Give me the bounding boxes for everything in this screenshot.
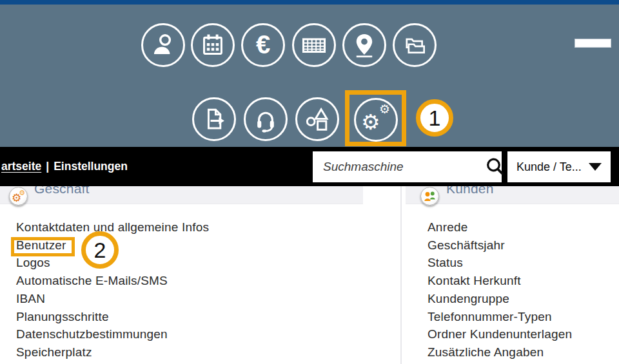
breadcrumb-separator: | [46, 160, 49, 173]
breadcrumb-current: Einstellungen [54, 160, 128, 173]
user-icon[interactable] [141, 23, 185, 67]
search-input[interactable] [313, 151, 485, 182]
badge-2-number: 2 [94, 239, 106, 261]
spreadsheet-icon[interactable] [292, 23, 336, 67]
settings-link[interactable]: Datenschutzbestimmungen [16, 325, 209, 343]
settings-link[interactable]: Kontaktdaten und allgemeine Infos [16, 218, 209, 236]
settings-link[interactable]: Kontakt Herkunft [427, 272, 572, 290]
app-window: € [0, 0, 619, 364]
nav-search-bar: artseite | Einstellungen Kunde / Te... [0, 147, 619, 186]
breadcrumb-home-link[interactable]: artseite [1, 160, 41, 173]
settings-link[interactable]: Automatische E-Mails/SMS [16, 272, 209, 290]
folders-icon[interactable] [393, 23, 437, 67]
badge-1-number: 1 [429, 107, 441, 129]
column-divider [400, 186, 402, 364]
kunden-people-icon [420, 187, 439, 206]
mini-gear-glyph-small: ⚙ [19, 189, 25, 196]
euro-glyph: € [256, 32, 270, 59]
settings-link[interactable]: Geschäftsjahr [427, 236, 572, 254]
search-box [313, 151, 502, 182]
export-document-icon[interactable] [192, 97, 236, 141]
top-right-menu-bar[interactable] [575, 39, 611, 48]
browser-top-strip [0, 0, 619, 5]
settings-link[interactable]: Planungsschritte [16, 308, 209, 326]
settings-link[interactable]: Ordner Kundenunterlagen [427, 325, 572, 343]
app-header: € [0, 5, 619, 147]
chevron-down-icon [589, 163, 602, 171]
euro-icon[interactable]: € [241, 23, 285, 67]
search-icon[interactable] [485, 157, 506, 177]
kunden-settings-list: AnredeGeschäftsjahrStatusKontakt Herkunf… [427, 218, 572, 361]
settings-link[interactable]: Anrede [427, 218, 572, 236]
annotation-step-badge-2: 2 [81, 231, 119, 269]
settings-link[interactable]: IBAN [16, 290, 209, 308]
people-glyph [423, 189, 437, 203]
geschaeft-gear-icon: ⚙ ⚙ [9, 187, 28, 206]
location-pin-icon[interactable] [342, 23, 386, 67]
shapes-icon[interactable] [295, 97, 339, 141]
breadcrumb: artseite | Einstellungen [1, 147, 128, 186]
headset-icon[interactable] [244, 97, 288, 141]
settings-link[interactable]: Speicherplatz [16, 343, 209, 361]
annotation-highlight-benutzer [11, 237, 75, 256]
settings-link[interactable]: Kundengruppe [427, 290, 572, 308]
settings-link[interactable]: Zusätzliche Angaben [427, 343, 572, 361]
settings-link[interactable]: Telefonnummer-Typen [427, 308, 572, 326]
scope-dropdown-value: Kunde / Te... [516, 160, 582, 174]
search-scope-dropdown[interactable]: Kunde / Te... [507, 151, 611, 182]
settings-content: ⚙ ⚙ Geschäft Kunden Kontaktdaten und all… [0, 186, 619, 364]
annotation-step-badge-1: 1 [416, 99, 453, 137]
calendar-icon[interactable] [191, 23, 235, 67]
annotation-highlight-settings [345, 90, 406, 146]
settings-link[interactable]: Status [427, 254, 572, 272]
